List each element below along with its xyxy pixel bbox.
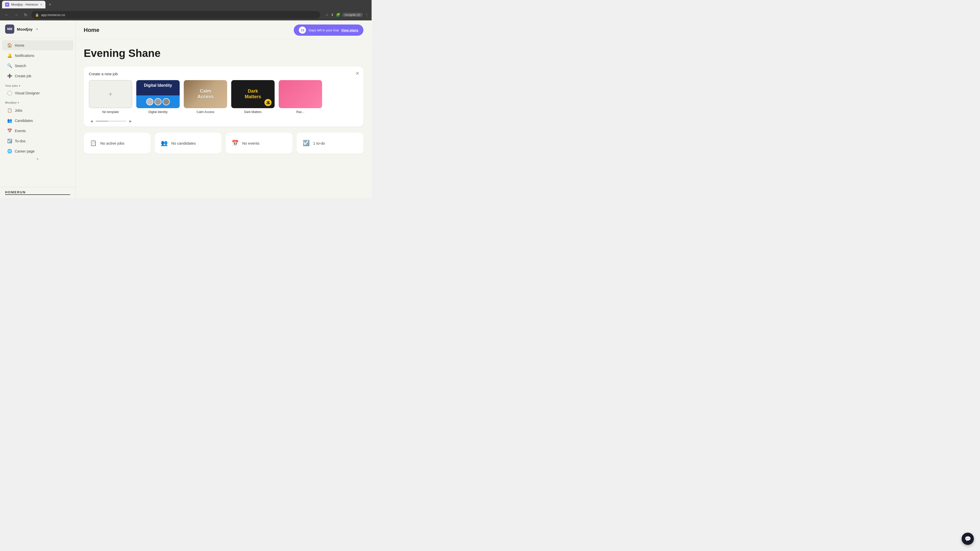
template-label-blank: No template [102, 110, 119, 114]
sidebar-item-candidates[interactable]: 👥 Candidates [2, 116, 73, 125]
sidebar-item-events-label: Events [15, 129, 26, 133]
sidebar-item-notifications[interactable]: 🔔 Notifications [2, 51, 73, 60]
incognito-badge[interactable]: Incognito (2) [342, 13, 363, 17]
sidebar-item-create-job[interactable]: ➕ Create job [2, 71, 73, 81]
view-plans-link[interactable]: View plans [341, 28, 358, 32]
sidebar-item-jobs[interactable]: 📋 Jobs [2, 105, 73, 115]
sidebar-item-home-label: Home [15, 43, 24, 48]
tab-favicon: M [5, 3, 9, 6]
back-btn[interactable]: ← [3, 11, 10, 18]
digital-strip [136, 95, 180, 108]
url-text: app.homerun.co [41, 13, 65, 17]
dark-text: DarkMatters [245, 89, 261, 100]
events-icon: 📅 [7, 128, 12, 133]
candidates-icon: 👥 [7, 118, 12, 123]
sidebar-item-visual-designer[interactable]: Visual Designer [2, 89, 73, 98]
sidebar-item-todos-label: To-dos [15, 139, 25, 143]
download-icon[interactable]: ⬇ [331, 13, 334, 17]
main-content: Home 15 Days left in your trial View pla… [76, 21, 372, 198]
forward-btn[interactable]: → [13, 11, 20, 18]
template-thumb-digital: Digital Identity [136, 80, 180, 108]
org-name: Moodjoy [17, 27, 33, 32]
active-tab[interactable]: M Moodjoy - Homerun ✕ [2, 1, 45, 8]
template-label-race: Rac... [296, 110, 304, 114]
sidebar-item-jobs-label: Jobs [15, 108, 22, 113]
moodjoy-section[interactable]: Moodjoy ▾ [0, 98, 75, 105]
more-icon[interactable]: ⋮ [365, 13, 369, 17]
bookmark-icon[interactable]: ☆ [325, 13, 329, 17]
digital-text: Digital Identity [144, 83, 172, 88]
avatar: MM [5, 24, 14, 34]
logo-underline [5, 194, 70, 195]
stat-todos-label: 1 to-do [313, 141, 325, 145]
main-body: Evening Shane Create a new job ✕ + No te… [76, 40, 372, 198]
sidebar-item-create-job-label: Create job [15, 74, 32, 78]
sidebar-item-search-label: Search [15, 64, 26, 68]
sidebar-scroll-down[interactable]: ▼ [0, 156, 75, 162]
stat-jobs-label: No active jobs [100, 141, 124, 145]
browser-actions: ☆ ⬇ 🧩 Incognito (2) ⋮ [325, 13, 369, 17]
address-bar[interactable]: 🔒 app.homerun.co [32, 11, 320, 19]
close-create-job-btn[interactable]: ✕ [355, 71, 360, 76]
moodjoy-chevron-icon: ▾ [18, 101, 19, 104]
template-label-calm: Calm Access [197, 110, 214, 114]
tab-close-btn[interactable]: ✕ [40, 3, 42, 6]
stats-row: 📋 No active jobs 👥 No candidates 📅 No ev… [84, 133, 363, 154]
reload-btn[interactable]: ↻ [22, 11, 29, 18]
create-job-card: Create a new job ✕ + No template Digital… [84, 67, 363, 127]
template-label-digital: Digital Identity [148, 110, 167, 114]
sidebar: MM Moodjoy ▾ 🏠 Home 🔔 Notifications 🔍 Se… [0, 21, 76, 198]
plus-icon: + [108, 90, 113, 98]
scroll-left-btn[interactable]: ◀ [89, 119, 94, 124]
dark-mascot: 🎩 [264, 99, 272, 106]
sidebar-item-career-label: Career page [15, 149, 35, 153]
home-icon: 🏠 [7, 43, 12, 48]
visual-designer-label: Visual Designer [15, 91, 40, 95]
template-item-dark[interactable]: DarkMatters 🎩 Dark Matters [231, 80, 275, 114]
template-thumb-race [279, 80, 322, 108]
stat-todos-icon: ☑️ [303, 140, 310, 146]
template-item-calm[interactable]: CalmAccess Calm Access [184, 80, 227, 114]
template-thumb-calm: CalmAccess [184, 80, 227, 108]
greeting: Evening Shane [84, 47, 363, 59]
trial-days-count: 15 [299, 27, 306, 34]
scroll-thumb [96, 121, 108, 122]
template-item-blank[interactable]: + No template [89, 80, 132, 114]
lock-icon: 🔒 [35, 13, 39, 17]
sidebar-header: MM Moodjoy ▾ [0, 21, 75, 38]
extensions-icon[interactable]: 🧩 [336, 13, 340, 17]
create-job-title: Create a new job [89, 72, 358, 76]
logo-text: HOMERUN [5, 190, 26, 194]
sidebar-item-todos[interactable]: ☑️ To-dos [2, 136, 73, 146]
page-title: Home [84, 27, 99, 33]
org-chevron-icon[interactable]: ▾ [36, 27, 38, 31]
template-thumb-blank: + [89, 80, 132, 108]
calm-text: CalmAccess [197, 89, 213, 100]
todos-icon: ☑️ [7, 138, 12, 143]
stat-card-candidates[interactable]: 👥 No candidates [155, 133, 221, 154]
sidebar-item-events[interactable]: 📅 Events [2, 126, 73, 136]
scroll-right-btn[interactable]: ▶ [128, 119, 133, 124]
trial-badge: 15 Days left in your trial View plans [294, 24, 363, 36]
your-jobs-chevron-icon: ▾ [19, 84, 20, 87]
your-jobs-section[interactable]: Your jobs ▾ [0, 81, 75, 88]
sidebar-item-search[interactable]: 🔍 Search [2, 61, 73, 71]
sidebar-item-home[interactable]: 🏠 Home [2, 40, 73, 50]
sidebar-item-career[interactable]: 🌐 Career page [2, 146, 73, 156]
sidebar-item-candidates-label: Candidates [15, 119, 33, 123]
template-item-race[interactable]: Rac... [279, 80, 322, 114]
stat-card-jobs[interactable]: 📋 No active jobs [84, 133, 151, 154]
app-container: MM Moodjoy ▾ 🏠 Home 🔔 Notifications 🔍 Se… [0, 21, 372, 198]
tab-bar: M Moodjoy - Homerun ✕ + [0, 0, 372, 9]
bell-icon: 🔔 [7, 53, 12, 58]
new-tab-btn[interactable]: + [46, 2, 53, 7]
stat-card-events[interactable]: 📅 No events [226, 133, 293, 154]
trial-text: Days left in your trial [309, 28, 339, 32]
homerun-logo: HOMERUN [5, 190, 70, 195]
career-icon: 🌐 [7, 149, 12, 154]
template-item-digital[interactable]: Digital Identity Digital Identity [136, 80, 180, 114]
plus-icon: ➕ [7, 73, 12, 78]
template-thumb-dark: DarkMatters 🎩 [231, 80, 275, 108]
stat-card-todos[interactable]: ☑️ 1 to-do [297, 133, 363, 154]
main-header: Home 15 Days left in your trial View pla… [76, 21, 372, 40]
